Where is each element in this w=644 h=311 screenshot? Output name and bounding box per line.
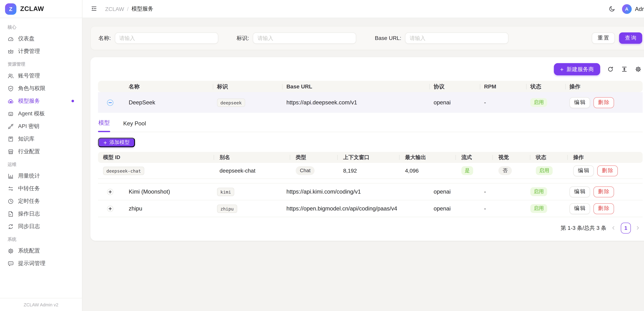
sidebar-item-model-services[interactable]: 模型服务 (4, 95, 78, 107)
header-slug: 标识 (210, 81, 280, 92)
base-url-filter-label: Base URL: (375, 35, 401, 41)
base-url-filter-input[interactable] (405, 32, 508, 44)
sidebar-item-sync-logs[interactable]: 同步日志 (4, 220, 78, 233)
main-area: ZCLAW / 模型服务 A Admin 名称: (82, 0, 644, 311)
breadcrumb-root[interactable]: ZCLAW (105, 6, 124, 12)
expand-row-button[interactable] (107, 205, 113, 212)
delete-model-button[interactable]: 删除 (597, 165, 618, 176)
table-settings-button[interactable] (635, 66, 642, 73)
minus-circle-icon (107, 99, 113, 106)
sidebar-item-prompt-management[interactable]: 提示词管理 (4, 257, 78, 270)
header-context-window: 上下文窗口 (336, 152, 398, 163)
edit-button-label: 编辑 (574, 99, 586, 106)
table-row-deepseek[interactable]: DeepSeek deepseek https://api.deepseek.c… (98, 92, 643, 113)
edit-model-button[interactable]: 编辑 (573, 165, 594, 176)
sidebar-item-billing[interactable]: 计费管理 (4, 45, 78, 58)
sidebar-item-knowledge-base[interactable]: 知识库 (4, 133, 78, 145)
nav-section-resources: 资源管理 (4, 58, 78, 69)
breadcrumb-current: 模型服务 (132, 5, 154, 13)
user-menu[interactable]: A Admin (622, 4, 644, 14)
delete-button-label: 删除 (598, 188, 610, 195)
expand-row-button[interactable] (107, 188, 113, 195)
header-model-id: 模型 ID (98, 152, 213, 163)
app-root: Z ZCLAW 核心 仪表盘 计费管理 资源管理 账号管理 角色与权限 (0, 0, 644, 311)
collapse-row-button[interactable] (107, 99, 113, 106)
sync-icon (8, 223, 14, 229)
delete-button[interactable]: 删除 (594, 186, 614, 197)
sidebar-item-label: 提示词管理 (18, 260, 45, 267)
page-number-button[interactable]: 1 (621, 223, 631, 233)
table-row-zhipu[interactable]: zhipu zhipu https://open.bigmodel.cn/api… (98, 200, 643, 217)
provider-rpm: - (477, 92, 524, 113)
prev-page-button[interactable] (611, 225, 616, 231)
swap-icon (8, 185, 14, 192)
pagination-summary: 第 1-3 条/总共 3 条 (560, 224, 606, 232)
query-button-label: 查询 (625, 35, 637, 42)
sidebar-item-operation-logs[interactable]: 操作日志 (4, 207, 78, 220)
edit-button[interactable]: 编辑 (570, 203, 590, 214)
plug-icon (8, 123, 14, 129)
sidebar-item-system-config[interactable]: 系统配置 (4, 244, 78, 257)
provider-base-url: https://api.kimi.com/coding/v1 (280, 184, 427, 200)
delete-button[interactable]: 删除 (594, 97, 614, 108)
refresh-button[interactable] (607, 66, 614, 73)
moon-icon (609, 6, 615, 12)
header-stream: 流式 (455, 152, 492, 163)
sidebar-item-agent-templates[interactable]: Agent 模板 (4, 107, 78, 120)
sidebar-item-dashboard[interactable]: 仪表盘 (4, 32, 78, 45)
provider-base-url: https://open.bigmodel.cn/api/coding/paas… (280, 200, 427, 217)
sidebar-logo[interactable]: Z ZCLAW (0, 0, 82, 18)
menu-fold-icon (91, 5, 97, 12)
row-density-button[interactable] (621, 66, 628, 73)
add-model-button[interactable]: + 添加模型 (98, 138, 135, 147)
model-alias: deepseek-chat (213, 163, 289, 178)
provider-rpm: - (477, 200, 524, 217)
header-expand (98, 81, 122, 92)
sidebar-item-label: 账号管理 (18, 72, 40, 80)
sidebar-item-industry-config[interactable]: 行业配置 (4, 145, 78, 158)
tab-models[interactable]: 模型 (98, 113, 110, 132)
sidebar-item-relay-tasks[interactable]: 中转任务 (4, 182, 78, 195)
chevron-right-icon (635, 225, 640, 231)
provider-name: DeepSeek (122, 92, 210, 113)
provider-slug-tag: zhipu (217, 204, 237, 213)
delete-button[interactable]: 删除 (594, 203, 614, 214)
deepseek-expanded-panel: 模型 Key Pool + 添加模型 模型 ID 别名 类型 上下文窗口 最大输… (98, 113, 643, 184)
gear-icon (8, 248, 14, 254)
topbar: ZCLAW / 模型服务 A Admin (82, 0, 644, 18)
sidebar-item-label: 模型服务 (18, 97, 40, 105)
query-button[interactable]: 查询 (619, 32, 642, 44)
reset-button[interactable]: 重置 (592, 32, 615, 44)
slug-filter-input[interactable] (253, 32, 356, 44)
sidebar-collapse-button[interactable] (91, 5, 98, 13)
sidebar-item-scheduled-tasks[interactable]: 定时任务 (4, 195, 78, 207)
table-toolbar: + 新建服务商 (98, 62, 643, 81)
sidebar-item-accounts[interactable]: 账号管理 (4, 70, 78, 82)
sidebar-item-usage-stats[interactable]: 用量统计 (4, 170, 78, 182)
name-filter-input[interactable] (115, 32, 218, 44)
edit-button[interactable]: 编辑 (570, 186, 590, 197)
dark-mode-toggle[interactable] (609, 6, 616, 12)
column-height-icon (621, 66, 628, 72)
create-provider-button[interactable]: + 新建服务商 (554, 63, 600, 75)
provider-name: Kimi (Moonshot) (122, 184, 210, 200)
store-icon (8, 148, 14, 155)
models-table-header: 模型 ID 别名 类型 上下文窗口 最大输出 流式 视觉 状态 操作 (98, 152, 643, 163)
sidebar-item-label: 定时任务 (18, 197, 40, 205)
sidebar-item-api-keys[interactable]: API 密钥 (4, 120, 78, 133)
active-dot (72, 100, 74, 102)
sidebar-item-label: 行业配置 (18, 148, 40, 155)
nav-section-ops: 运维 (4, 158, 78, 169)
model-id-tag: deepseek-chat (103, 166, 144, 175)
edit-button[interactable]: 编辑 (570, 97, 590, 108)
tab-key-pool[interactable]: Key Pool (123, 114, 146, 132)
sidebar-item-label: 中转任务 (18, 185, 40, 192)
next-page-button[interactable] (635, 225, 641, 231)
sidebar-item-label: 知识库 (18, 135, 34, 143)
sidebar-item-roles[interactable]: 角色与权限 (4, 82, 78, 95)
robot-icon (8, 110, 14, 117)
sidebar-item-label: Agent 模板 (18, 110, 45, 117)
model-row-deepseek-chat[interactable]: deepseek-chat deepseek-chat Chat 8,192 4… (98, 163, 643, 179)
table-row-kimi[interactable]: Kimi (Moonshot) kimi https://api.kimi.co… (98, 184, 643, 200)
header-type: 类型 (289, 152, 336, 163)
